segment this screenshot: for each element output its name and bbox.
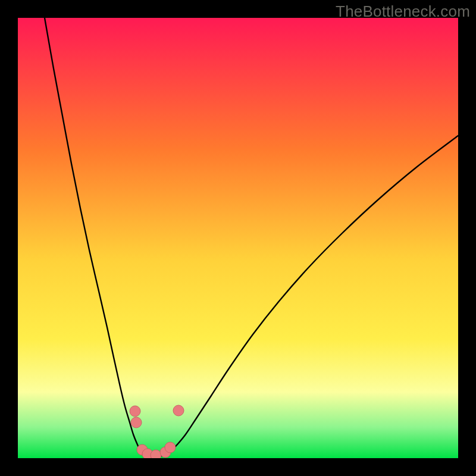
watermark-text: TheBottleneck.com <box>336 2 470 21</box>
chart-frame: TheBottleneck.com <box>0 0 476 476</box>
curve-marker <box>130 406 140 416</box>
curve-marker <box>165 442 176 453</box>
curve-marker <box>131 417 142 428</box>
gradient-background <box>18 18 458 458</box>
bottleneck-chart <box>18 18 458 458</box>
plot-area <box>18 18 458 458</box>
curve-marker <box>173 405 184 416</box>
curve-marker <box>151 450 161 458</box>
